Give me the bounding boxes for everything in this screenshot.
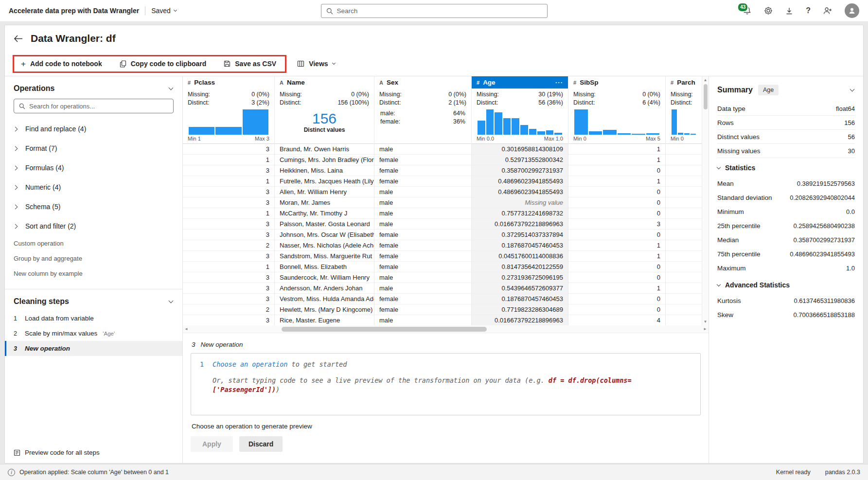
scroll-down-arrow[interactable]: ▼ <box>704 320 708 324</box>
grid-cell[interactable]: 0.04517600114008836 <box>472 251 568 262</box>
grid-cell[interactable] <box>666 240 702 251</box>
cleaning-steps-header[interactable]: Cleaning steps <box>5 289 182 311</box>
grid-cell[interactable] <box>666 262 702 272</box>
scroll-left-arrow[interactable]: ◄ <box>184 327 188 331</box>
views-button[interactable]: Views <box>297 60 335 68</box>
vertical-scrollbar[interactable]: ▲ ▼ <box>702 76 709 325</box>
grid-cell[interactable]: male <box>374 315 471 325</box>
grid-cell[interactable]: 3 <box>568 219 665 230</box>
grid-cell[interactable]: 3 <box>183 272 274 283</box>
grid-cell[interactable]: female <box>374 165 471 176</box>
grid-cell[interactable]: 0.48696023941855493 <box>472 176 568 187</box>
grid-cell[interactable]: 1 <box>568 251 665 262</box>
column-header-sex[interactable]: ASex <box>374 76 471 89</box>
grid-cell[interactable] <box>666 208 702 219</box>
grid-cell[interactable]: male <box>374 283 471 294</box>
cleaning-step-1[interactable]: 1Load data from variable <box>5 311 182 326</box>
grid-cell[interactable]: 3 <box>183 219 274 230</box>
grid-cell[interactable]: 0.3016958814308109 <box>472 144 568 155</box>
discard-button[interactable]: Discard <box>239 436 283 452</box>
global-search[interactable] <box>321 4 548 18</box>
grid-cell[interactable] <box>666 197 702 208</box>
grid-cell[interactable] <box>666 304 702 315</box>
grid-cell[interactable]: 3 <box>183 144 274 155</box>
grid-cell[interactable]: male <box>374 144 471 155</box>
grid-cell[interactable]: female <box>374 176 471 187</box>
grid-cell[interactable] <box>666 294 702 304</box>
grid-cell[interactable] <box>666 251 702 262</box>
grid-cell[interactable]: 0 <box>568 294 665 304</box>
grid-cell[interactable]: male <box>374 272 471 283</box>
search-input[interactable] <box>337 7 542 15</box>
operation-category[interactable]: Formulas (4) <box>5 158 182 178</box>
grid-cell[interactable]: 0.016673792218896963 <box>472 315 568 325</box>
scroll-up-arrow[interactable]: ▲ <box>704 78 708 82</box>
grid-cell[interactable]: 0 <box>568 187 665 197</box>
grid-cell[interactable] <box>666 219 702 230</box>
grid-cell[interactable]: Johnson, Mrs. Oscar W (Elisabeth Vil <box>275 230 374 240</box>
share-button[interactable] <box>823 7 832 15</box>
help-button[interactable]: ? <box>806 6 811 15</box>
grid-cell[interactable]: 0.5439646572609377 <box>472 283 568 294</box>
grid-cell[interactable]: 3 <box>183 187 274 197</box>
grid-cell[interactable]: 1 <box>568 144 665 155</box>
grid-cell[interactable]: Vestrom, Miss. Hulda Amanda Adolf <box>275 294 374 304</box>
grid-cell[interactable] <box>666 144 702 155</box>
grid-cell[interactable]: 0.7719823286304689 <box>472 304 568 315</box>
grid-cell[interactable]: 0.48696023941855493 <box>472 187 568 197</box>
summary-header[interactable]: Summary Age <box>717 76 855 102</box>
grid-cell[interactable]: 1 <box>568 155 665 165</box>
operation-item[interactable]: Custom operation <box>5 236 182 251</box>
grid-cell[interactable]: Bonnell, Miss. Elizabeth <box>275 262 374 272</box>
grid-cell[interactable]: 0 <box>568 230 665 240</box>
grid-cell[interactable]: 3 <box>183 251 274 262</box>
operation-category[interactable]: Sort and filter (2) <box>5 216 182 236</box>
column-header-name[interactable]: AName <box>275 76 374 89</box>
column-header-parch[interactable]: #Parch <box>666 76 702 89</box>
grid-cell[interactable]: 1 <box>183 208 274 219</box>
grid-cell[interactable]: 4 <box>568 315 665 325</box>
grid-cell[interactable]: 0 <box>568 165 665 176</box>
grid-cell[interactable]: female <box>374 251 471 262</box>
grid-cell[interactable]: 3 <box>183 283 274 294</box>
cleaning-step-2[interactable]: 2Scale by min/max values'Age' <box>5 326 182 341</box>
grid-cell[interactable]: Palsson, Master. Gosta Leonard <box>275 219 374 230</box>
grid-cell[interactable]: 3 <box>183 197 274 208</box>
grid-cell[interactable]: 0.529713552800342 <box>472 155 568 165</box>
download-button[interactable] <box>785 7 793 15</box>
grid-cell[interactable]: 0.1876870457460453 <box>472 240 568 251</box>
save-status-dropdown[interactable]: Saved <box>151 7 177 15</box>
notifications-button[interactable]: 43 <box>743 6 751 15</box>
grid-cell[interactable]: Heikkinen, Miss. Laina <box>275 165 374 176</box>
grid-cell[interactable]: male <box>374 197 471 208</box>
grid-cell[interactable]: male <box>374 219 471 230</box>
grid-cell[interactable]: Nasser, Mrs. Nicholas (Adele Achem <box>275 240 374 251</box>
grid-cell[interactable]: female <box>374 155 471 165</box>
cleaning-step-3[interactable]: 3New operation <box>5 341 182 356</box>
settings-button[interactable] <box>764 6 773 15</box>
grid-cell[interactable]: 0 <box>568 197 665 208</box>
grid-cell[interactable]: female <box>374 262 471 272</box>
grid-cell[interactable]: 0.3729514037337894 <box>472 230 568 240</box>
grid-cell[interactable]: Futrelle, Mrs. Jacques Heath (Lily Ma <box>275 176 374 187</box>
grid-cell[interactable]: 3 <box>183 315 274 325</box>
grid-cell[interactable]: 1 <box>183 262 274 272</box>
grid-cell[interactable]: female <box>374 230 471 240</box>
grid-cell[interactable]: 0 <box>568 272 665 283</box>
column-menu-icon[interactable]: ··· <box>555 79 563 86</box>
vertical-scroll-thumb[interactable] <box>704 84 708 109</box>
operations-header[interactable]: Operations <box>5 76 182 98</box>
choose-operation-link[interactable]: Choose an operation <box>213 360 287 368</box>
grid-cell[interactable]: 1 <box>183 155 274 165</box>
grid-cell[interactable]: Missing value <box>472 197 568 208</box>
scroll-right-arrow[interactable]: ► <box>703 327 707 331</box>
operation-category[interactable]: Find and replace (4) <box>5 119 182 139</box>
grid-cell[interactable]: 0 <box>568 304 665 315</box>
grid-cell[interactable]: Cumings, Mrs. John Bradley (Florenc <box>275 155 374 165</box>
summary-section-header[interactable]: Advanced Statistics <box>717 276 855 294</box>
operations-search-input[interactable] <box>29 103 168 110</box>
copy-code-button[interactable]: Copy code to clipboard <box>120 60 207 68</box>
grid-cell[interactable] <box>666 230 702 240</box>
operation-category[interactable]: Format (7) <box>5 139 182 158</box>
column-header-age[interactable]: #Age··· <box>472 76 568 89</box>
